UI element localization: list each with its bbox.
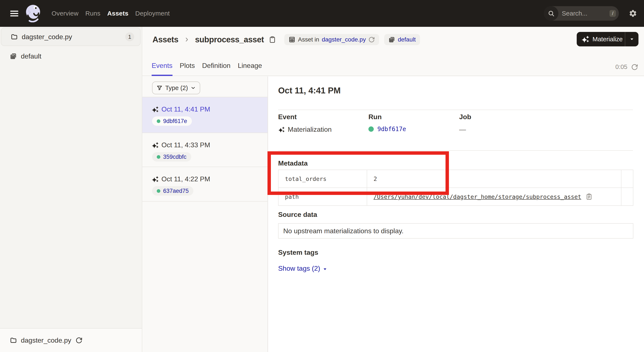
code-location-name: dagster_code.py — [22, 33, 72, 41]
refresh-countdown: 0:05 — [616, 63, 628, 70]
metadata-path-link[interactable]: /Users/yuhan/dev/local/dagster_home/stor… — [374, 193, 581, 200]
footer-code-location-name: dagster_code.py — [21, 337, 71, 344]
type-filter-label: Type (2) — [165, 84, 188, 91]
materialize-label: Materialize — [592, 35, 623, 43]
run-status-dot — [368, 126, 374, 132]
run-id: 359cdbfc — [163, 154, 186, 160]
event-time: Oct 11, 4:41 PM — [162, 105, 210, 113]
tab-events[interactable]: Events — [152, 59, 172, 76]
asset-group-icon — [10, 52, 17, 60]
run-id-pill[interactable]: 637aed75 — [152, 186, 193, 196]
asset-count-badge: 1 — [125, 32, 134, 41]
nav-item-assets[interactable]: Assets — [107, 10, 128, 17]
auto-refresh-zone: 0:05 — [616, 63, 638, 70]
metadata-table: total_orders 2 path /Users/yuhan/dev/loc… — [278, 170, 633, 206]
chevron-right-icon — [184, 36, 190, 43]
run-id-pill[interactable]: 359cdbfc — [152, 152, 191, 162]
search-input[interactable] — [562, 10, 600, 17]
run-id-pill[interactable]: 9dbf617e — [152, 116, 192, 126]
chip-prefix: Asset in — [298, 36, 319, 43]
breadcrumb-asset-name: subprocess_asset — [195, 35, 264, 44]
divider — [278, 150, 633, 151]
run-id: 9dbf617e — [163, 118, 187, 124]
type-filter-button[interactable]: Type (2) — [152, 81, 200, 94]
run-column-label: Run — [368, 113, 382, 121]
materialization-sparkle-icon — [152, 176, 159, 183]
group-name: default — [21, 52, 41, 60]
nav-item-runs[interactable]: Runs — [86, 10, 100, 17]
search-icon — [548, 10, 555, 17]
main-content: Assets subprocess_asset Asset in dagster… — [142, 27, 644, 352]
top-navigation-bar: Overview Runs Assets Deployment / — [0, 0, 644, 27]
run-status-dot — [157, 119, 160, 123]
materialization-sparkle-icon — [152, 141, 159, 149]
sidebar-footer-code-location[interactable]: dagster_code.py — [0, 328, 142, 352]
materialization-sparkle-icon — [278, 126, 285, 133]
breadcrumb-assets[interactable]: Assets — [152, 35, 178, 44]
group-default-chip[interactable]: default — [384, 34, 420, 45]
gear-icon[interactable] — [629, 9, 637, 18]
run-id-link[interactable]: 9dbf617e — [377, 126, 406, 133]
folder-icon — [10, 337, 17, 344]
run-id: 637aed75 — [163, 188, 189, 194]
event-type-value: Materialization — [278, 126, 332, 133]
copy-asset-name-icon[interactable] — [268, 36, 276, 43]
copy-path-icon[interactable] — [586, 193, 593, 200]
system-tags-heading: System tags — [278, 249, 318, 257]
source-data-heading: Source data — [278, 211, 317, 219]
tab-definition[interactable]: Definition — [202, 59, 230, 76]
event-filter-bar: Type (2) — [142, 76, 268, 97]
search-shortcut-badge: / — [610, 10, 616, 17]
reload-icon[interactable] — [368, 36, 375, 43]
hamburger-menu-icon[interactable] — [10, 9, 18, 18]
global-search-box[interactable]: / — [544, 6, 619, 21]
table-row: path /Users/yuhan/dev/local/dagster_home… — [278, 188, 633, 206]
folder-icon — [11, 33, 18, 40]
event-time: Oct 11, 4:22 PM — [162, 175, 210, 183]
event-list-item[interactable]: Oct 11, 4:41 PM 9dbf617e — [142, 97, 268, 133]
event-detail-title: Oct 11, 4:41 PM — [278, 86, 340, 95]
event-column-label: Event — [278, 113, 297, 121]
source-data-empty-message: No upstream materializations to display. — [283, 227, 404, 235]
job-column-label: Job — [459, 113, 471, 121]
search-icon-circle — [544, 6, 558, 21]
nav-item-deployment[interactable]: Deployment — [135, 10, 170, 17]
refresh-icon[interactable] — [631, 64, 638, 70]
asset-catalog-sidebar: dagster_code.py 1 default dagster_code.p… — [0, 27, 142, 352]
caret-down-icon — [323, 267, 327, 272]
run-link[interactable]: 9dbf617e — [368, 126, 406, 133]
source-data-empty-box: No upstream materializations to display. — [278, 223, 633, 239]
sparkles-icon — [582, 35, 590, 43]
asset-page-header: Assets subprocess_asset Asset in dagster… — [142, 27, 644, 76]
reload-code-location-icon[interactable] — [76, 337, 82, 344]
sidebar-item-code-location[interactable]: dagster_code.py 1 — [1, 28, 140, 46]
asset-in-code-location-chip[interactable]: Asset in dagster_code.py — [284, 34, 379, 45]
asset-tabs: Events Plots Definition Lineage — [152, 59, 262, 76]
tab-plots[interactable]: Plots — [180, 59, 195, 76]
divider — [278, 110, 633, 110]
filter-icon — [156, 85, 163, 91]
chevron-down-icon — [190, 85, 196, 91]
run-status-dot — [157, 155, 160, 159]
event-list-item[interactable]: Oct 11, 4:22 PM 637aed75 — [142, 167, 268, 202]
sidebar-item-group-default[interactable]: default — [0, 48, 142, 65]
event-list-item[interactable]: Oct 11, 4:33 PM 359cdbfc — [142, 133, 268, 167]
chip-group-link[interactable]: default — [398, 36, 416, 43]
chip-code-location-link[interactable]: dagster_code.py — [322, 36, 366, 43]
nav-item-overview[interactable]: Overview — [52, 10, 78, 17]
table-row: total_orders 2 — [278, 170, 633, 188]
asset-group-icon — [388, 36, 395, 43]
materialization-sparkle-icon — [152, 106, 159, 113]
table-stub-cell — [621, 188, 633, 206]
job-value: — — [459, 126, 466, 133]
dagster-logo-icon[interactable] — [25, 4, 42, 22]
metadata-heading: Metadata — [278, 159, 308, 167]
materialize-button[interactable]: Materialize — [577, 32, 638, 46]
show-tags-toggle[interactable]: Show tags (2) — [278, 265, 327, 272]
materialize-dropdown-toggle[interactable] — [625, 36, 638, 42]
table-stub-cell — [621, 170, 633, 188]
tab-lineage[interactable]: Lineage — [238, 59, 262, 76]
run-status-dot — [157, 189, 160, 193]
caret-down-icon — [629, 36, 635, 42]
metadata-key: path — [285, 193, 299, 200]
